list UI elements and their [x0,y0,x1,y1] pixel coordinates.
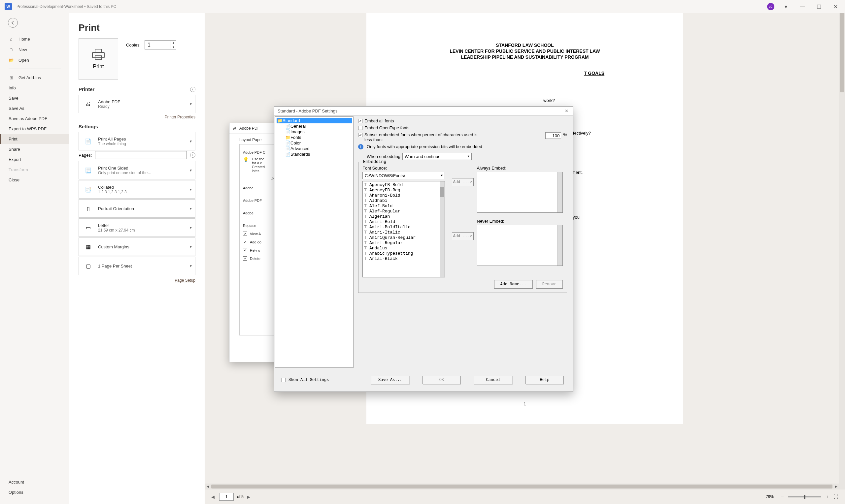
nav-options[interactable]: Options [0,487,69,498]
font-item[interactable]: TAmiri-Bold [364,219,444,224]
back-button[interactable] [8,18,18,28]
zoom-slider[interactable] [788,497,821,498]
font-list-scrollbar[interactable] [440,181,445,277]
collate-dropdown[interactable]: 📑 Collated 1,2,3 1,2,3 1,2,3 ▼ [78,180,195,199]
tree-standard[interactable]: 📁Standard [277,118,352,123]
printer-info-icon[interactable]: i [190,87,195,92]
nav-share[interactable]: Share [0,144,69,155]
font-item[interactable]: TAlef-Regular [364,209,444,214]
font-list[interactable]: TAgencyFB-BoldTAgencyFB-RegTAharoni-Bold… [363,181,445,277]
add-always-button[interactable]: Add ---> [452,178,474,186]
close-button[interactable]: ✕ [830,2,840,12]
nav-close[interactable]: Close [0,175,69,185]
dialog1-check-view[interactable] [243,232,247,236]
print-range-dropdown[interactable]: 📄 Print All Pages The whole thing ▼ [78,132,195,150]
font-item[interactable]: TAgencyFB-Reg [364,187,444,193]
margins-dropdown[interactable]: ▦ Custom Margins ▼ [78,237,195,256]
settings-tree[interactable]: 📁Standard 📄General 📄Images 📁Fonts 📄Color… [275,116,353,368]
font-source-select[interactable]: C:\WINDOWS\Fonts\ [363,172,445,179]
next-page-button[interactable]: ▶ [247,494,251,499]
zoom-fit-button[interactable]: ⛶ [833,494,839,499]
nav-addins[interactable]: ⊞ Get Add-ins [0,72,69,83]
nav-home[interactable]: ⌂ Home [0,34,69,44]
print-button[interactable]: Print [78,38,118,80]
nav-info[interactable]: Info [0,83,69,93]
nav-account[interactable]: Account [0,477,69,487]
tree-standards[interactable]: 📄Standards [284,151,352,157]
zoom-in-button[interactable]: + [825,494,830,499]
doc-section-title: T GOALS [524,70,665,76]
font-item[interactable]: TAlef-Bold [364,203,444,209]
nav-saveas[interactable]: Save As [0,103,69,113]
prev-page-button[interactable]: ◀ [211,494,216,499]
copies-label: Copies: [126,42,141,48]
orientation-dropdown[interactable]: ▯ Portrait Orientation ▼ [78,199,195,218]
save-as-button[interactable]: Save As... [371,376,409,384]
font-item[interactable]: TArabicTypesetting [364,251,444,256]
maximize-button[interactable]: ☐ [814,2,824,12]
show-all-settings-checkbox[interactable] [282,378,286,382]
printer-small-icon: 🖨 [82,98,94,110]
font-item[interactable]: TAmiri-Regular [364,240,444,246]
zoom-percent: 79% [766,494,774,499]
dialog2-close-button[interactable]: ✕ [563,109,570,113]
when-embedding-select[interactable]: Warn and continue [402,153,472,160]
printer-properties-link[interactable]: Printer Properties [165,115,195,120]
preview-horizontal-scrollbar[interactable]: ◀ ▶ [205,484,839,489]
font-item[interactable]: TAharoni-Bold [364,193,444,198]
pages-input[interactable] [95,151,187,159]
font-item[interactable]: TArial-Black [364,256,444,261]
nav-save-adobe-pdf[interactable]: Save as Adobe PDF [0,113,69,124]
never-embed-list[interactable] [477,225,563,266]
ok-button[interactable]: OK [423,376,461,384]
font-item[interactable]: TAlgerian [364,214,444,219]
nav-export-wps-pdf[interactable]: Export to WPS PDF [0,124,69,134]
cancel-button[interactable]: Cancel [474,376,512,384]
tree-images[interactable]: 📄Images [284,129,352,134]
page-number-input[interactable] [219,493,234,501]
help-button[interactable]: Help [526,376,564,384]
minimize-button[interactable]: — [797,2,807,12]
copies-up[interactable]: ▲ [171,40,176,45]
preview-vertical-scrollbar[interactable] [839,13,845,489]
pages-info-icon[interactable]: i [190,152,195,158]
font-item[interactable]: TAgencyFB-Bold [364,182,444,187]
add-never-button[interactable]: Add ---> [452,232,474,240]
subset-percent-input[interactable] [545,132,561,139]
copies-down[interactable]: ▼ [171,45,176,49]
ribbon-options-button[interactable]: ▾ [781,2,791,12]
nav-new[interactable]: 🗋 New [0,44,69,55]
zoom-out-button[interactable]: − [780,494,785,499]
remove-button[interactable]: Remove [536,280,563,289]
tree-general[interactable]: 📄General [284,123,352,129]
add-name-button[interactable]: Add Name... [494,280,533,289]
font-item[interactable]: TAldhabi [364,198,444,203]
copies-spinner[interactable]: 1 ▲ ▼ [145,40,176,50]
font-item[interactable]: TAmiriQuran-Regular [364,235,444,240]
nav-save[interactable]: Save [0,93,69,103]
nav-open[interactable]: 📂 Open [0,55,69,65]
page-setup-link[interactable]: Page Setup [175,278,195,283]
always-embed-list[interactable] [477,172,563,213]
font-item[interactable]: TAndalus [364,246,444,251]
sides-dropdown[interactable]: 📃 Print One Sided Only print on one side… [78,161,195,179]
paper-size-dropdown[interactable]: ▭ Letter 21.59 cm x 27.94 cm ▼ [78,218,195,237]
dialog1-check-add[interactable] [243,240,247,244]
nav-export[interactable]: Export [0,155,69,165]
hscroll-right[interactable]: ▶ [833,484,839,489]
font-item[interactable]: TAmiri-BoldItalic [364,224,444,230]
user-avatar[interactable]: LC [767,3,774,10]
tree-advanced[interactable]: 📄Advanced [284,146,352,151]
printer-dropdown[interactable]: 🖨 Adobe PDF Ready ▼ [78,95,195,113]
nav-print[interactable]: Print [0,134,69,144]
subset-checkbox[interactable] [358,133,363,137]
hscroll-left[interactable]: ◀ [205,484,211,489]
font-item[interactable]: TAmiri-Italic [364,230,444,235]
embed-all-checkbox[interactable] [358,119,363,123]
tree-color[interactable]: 📄Color [284,140,352,146]
pages-per-sheet-dropdown[interactable]: ▢ 1 Page Per Sheet ▼ [78,257,195,275]
embed-opentype-checkbox[interactable] [358,126,363,130]
dialog1-check-delete[interactable] [243,256,247,260]
dialog1-check-rely[interactable] [243,248,247,252]
tree-fonts[interactable]: 📁Fonts [284,134,352,140]
